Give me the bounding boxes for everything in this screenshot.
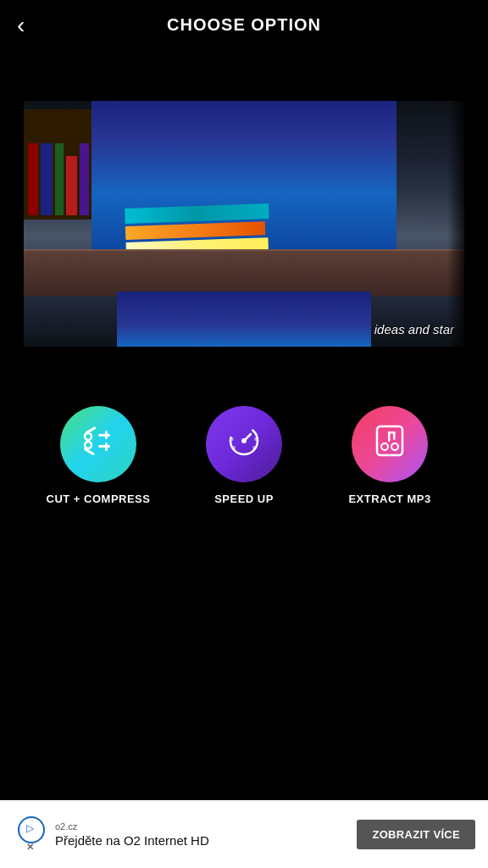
page-title: CHOOSE OPTION [167, 15, 321, 35]
svg-rect-4 [98, 434, 110, 437]
speed-up-icon [225, 422, 263, 466]
svg-point-11 [232, 446, 236, 449]
ad-text-area: o2.cz Přejděte na O2 Internet HD [55, 821, 348, 848]
speed-up-circle [206, 406, 282, 482]
ad-play-icon [18, 816, 42, 840]
svg-point-12 [252, 446, 256, 449]
back-button[interactable]: ‹ [17, 14, 25, 37]
svg-point-17 [391, 443, 398, 450]
speed-up-label: SPEED UP [214, 492, 274, 505]
ad-description: Přejděte na O2 Internet HD [55, 833, 348, 848]
hands-area [117, 292, 371, 347]
video-scene: ideas and star [24, 101, 464, 347]
option-speed-up[interactable]: SPEED UP [185, 406, 303, 505]
clip-overlay [447, 101, 464, 347]
svg-point-3 [85, 442, 92, 448]
video-area: ideas and star [0, 50, 488, 381]
ad-source: o2.cz [55, 821, 348, 832]
video-subtitle: ideas and star [374, 322, 454, 337]
ad-cta-button[interactable]: ZOBRAZIT VÍCE [357, 820, 475, 849]
svg-rect-6 [105, 431, 108, 439]
svg-point-13 [230, 437, 234, 441]
ad-banner: ✕ o2.cz Přejděte na O2 Internet HD ZOBRA… [0, 800, 488, 868]
svg-rect-5 [98, 445, 110, 448]
table-surface [24, 249, 464, 296]
book-stack [125, 203, 270, 254]
bookshelf [24, 109, 100, 220]
svg-rect-20 [388, 431, 396, 434]
svg-point-16 [381, 443, 388, 450]
header: ‹ CHOOSE OPTION [0, 0, 488, 50]
options-row: CUT + COMPRESS SPEED UP [0, 381, 488, 522]
book-middle [125, 221, 265, 240]
extract-mp3-label: EXTRACT MP3 [348, 492, 430, 505]
svg-point-14 [254, 437, 258, 441]
option-extract-mp3[interactable]: EXTRACT MP3 [330, 406, 449, 505]
svg-rect-7 [105, 442, 108, 451]
extract-mp3-icon [372, 423, 408, 465]
extract-mp3-circle [352, 406, 428, 482]
ad-logo: ✕ [13, 816, 47, 853]
svg-point-2 [85, 433, 92, 440]
option-cut-compress[interactable]: CUT + COMPRESS [39, 406, 158, 505]
video-thumbnail[interactable]: ideas and star [24, 101, 464, 347]
cut-compress-icon [81, 424, 115, 465]
svg-line-10 [244, 434, 251, 441]
cut-compress-label: CUT + COMPRESS [47, 492, 151, 505]
cut-compress-circle [60, 406, 136, 482]
